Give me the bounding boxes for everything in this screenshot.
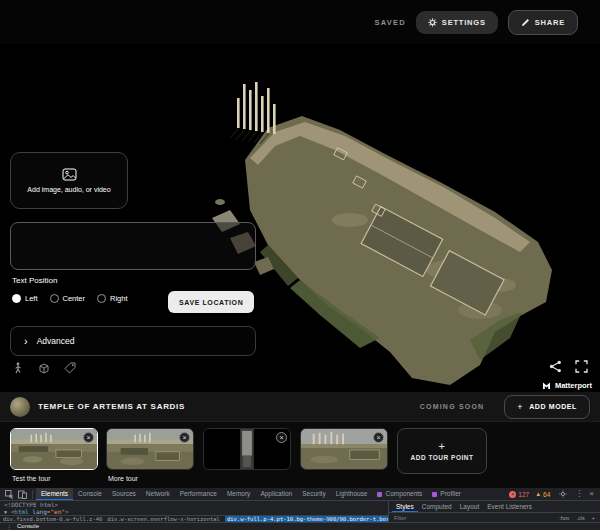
device-toolbar-icon[interactable] [16,490,29,499]
cls-toggle[interactable]: .cls [577,515,585,521]
topbar: SAVED SETTINGS SHARE [0,0,600,44]
image-icon [62,168,77,181]
plus-icon: + [517,402,523,412]
warning-icon: ▲ [535,491,541,498]
gear-icon [428,18,437,27]
devtools-tab-components[interactable]: Components [372,488,427,500]
tour-point-thumb-1[interactable]: × [10,428,98,470]
inspect-element-icon[interactable] [3,490,16,499]
tour-point-thumb-4[interactable]: × [300,428,388,470]
close-icon[interactable]: × [179,432,190,443]
add-tour-point-label: ADD TOUR POINT [411,454,474,461]
close-icon[interactable]: × [83,432,94,443]
matterport-logo-icon [542,381,551,390]
model-title: TEMPLE OF ARTEMIS AT SARDIS [38,402,185,411]
add-model-button[interactable]: + ADD MODEL [504,395,590,419]
share-label: SHARE [535,18,565,27]
radio-right[interactable]: Right [97,294,128,303]
close-icon[interactable]: × [373,432,384,443]
devtools-panel: Elements Console Sources Network Perform… [0,488,600,530]
devtools-settings-icon[interactable] [556,490,569,498]
tour-point-thumb-3[interactable]: × [203,428,291,470]
styles-sidebar-tabs: Styles Computed Layout Event Listeners [389,501,600,512]
breadcrumb-item[interactable]: div.w-screen.overflow-x-horizontal [107,516,220,522]
event-listeners-tab[interactable]: Event Listeners [483,501,536,512]
close-glyph: × [182,434,186,441]
radio-dot [50,294,59,303]
devtools-tab-performance[interactable]: Performance [175,488,222,500]
tag-tool-icon[interactable] [64,362,76,374]
devtools-tab-console[interactable]: Console [73,488,107,500]
3d-viewport[interactable]: Add image, audio, or video Text Position… [0,44,600,392]
warning-count-badge[interactable]: ▲ 64 [535,491,550,498]
location-text-input[interactable] [10,222,256,270]
devtools-tabbar: Elements Console Sources Network Perform… [0,488,600,501]
dom-doctype-line[interactable]: <!DOCTYPE html> [0,501,388,508]
close-glyph: × [86,434,90,441]
radio-left[interactable]: Left [12,294,38,303]
matterport-brand: Matterport [542,381,592,390]
radio-dot [97,294,106,303]
tour-point-label: More tour [108,475,138,482]
fullscreen-icon[interactable] [575,360,588,373]
devtools-tab-lighthouse[interactable]: Lighthouse [331,488,373,500]
dollhouse-mode-icon[interactable] [38,362,50,374]
add-tour-point-button[interactable]: + ADD TOUR POINT [397,428,487,474]
console-drawer-tab[interactable]: Console [17,523,39,530]
advanced-label: Advanced [37,336,75,346]
divider [32,490,33,499]
pencil-icon [521,18,530,27]
breadcrumb-item[interactable]: div.fixed.bottom-0.w-full.z-40 [3,516,102,522]
share-button[interactable]: SHARE [508,10,578,35]
elements-tree[interactable]: <!DOCTYPE html> ▼ <html lang="en"> div.f… [0,501,388,522]
viewer-tools [12,362,76,374]
dom-html-line[interactable]: ▼ <html lang="en"> [0,508,388,515]
tour-point-label: Test the tour [12,475,51,482]
plus-icon: + [439,442,446,451]
computed-tab[interactable]: Computed [418,501,456,512]
styles-tab[interactable]: Styles [392,501,418,512]
save-location-button[interactable]: SAVE LOCATION [168,291,254,313]
error-icon: × [509,491,516,498]
radio-dot-selected [12,294,21,303]
radio-right-label: Right [110,294,128,303]
devtools-body: <!DOCTYPE html> ▼ <html lang="en"> div.f… [0,501,600,522]
kebab-menu-icon[interactable]: ⋮ [6,523,12,530]
share-icon[interactable] [549,360,562,373]
devtools-tab-network[interactable]: Network [141,488,175,500]
tour-point-thumb-2[interactable]: × [106,428,194,470]
settings-button[interactable]: SETTINGS [416,11,498,34]
elements-breadcrumbs: div.fixed.bottom-0.w-full.z-40 div.w-scr… [0,515,388,522]
styles-filter-input[interactable]: Filter [394,515,406,521]
error-count-badge[interactable]: × 127 [509,491,529,498]
devtools-tab-application[interactable]: Application [255,488,297,500]
walk-mode-icon[interactable] [12,362,24,374]
add-model-label: ADD MODEL [529,403,577,410]
add-media-label: Add image, audio, or video [27,186,110,193]
hov-toggle[interactable]: :hov [559,515,569,521]
save-status: SAVED [375,18,406,27]
close-glyph: × [376,434,380,441]
devtools-tab-profiler[interactable]: Profiler [427,488,466,500]
devtools-tab-elements[interactable]: Elements [36,488,73,500]
devtools-tab-memory[interactable]: Memory [222,488,255,500]
styles-filter-row: Filter :hov .cls + [389,512,600,522]
tour-points-strip: × × × [0,422,600,488]
devtools-tab-security[interactable]: Security [297,488,330,500]
breadcrumb-item-selected[interactable]: div.w-full.p-4.pt-10.bg-theme-900/90.bor… [225,516,388,522]
kebab-menu-icon[interactable]: ⋮ [575,490,583,498]
text-position-radio-group: Left Center Right [12,294,128,303]
layout-tab[interactable]: Layout [456,501,484,512]
add-media-button[interactable]: Add image, audio, or video [10,152,128,209]
close-icon[interactable]: × [276,432,287,443]
react-icon [432,492,437,497]
new-style-rule-button[interactable]: + [592,515,595,521]
console-drawer: ⋮ Console [0,522,600,530]
styles-sidebar: Styles Computed Layout Event Listeners F… [388,501,600,522]
chevron-right-icon: › [24,337,28,345]
devtools-tab-sources[interactable]: Sources [107,488,141,500]
model-bar: TEMPLE OF ARTEMIS AT SARDIS COMING SOON … [0,392,600,422]
devtools-close-icon[interactable]: × [589,490,594,498]
advanced-toggle[interactable]: › Advanced [10,326,256,356]
radio-center[interactable]: Center [50,294,86,303]
